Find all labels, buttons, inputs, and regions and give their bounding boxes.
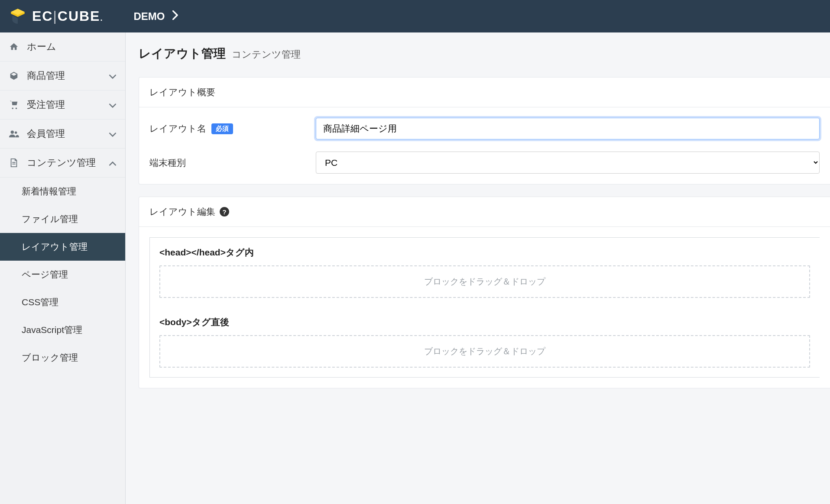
cube-icon xyxy=(9,71,19,81)
row-layout-name: レイアウト名 必須 xyxy=(149,118,820,139)
layout-name-label: レイアウト名 xyxy=(149,123,206,135)
sidebar-item-label: 商品管理 xyxy=(27,69,101,82)
svg-point-1 xyxy=(15,131,17,134)
sidebar-item-label: CSS管理 xyxy=(22,297,58,307)
home-icon xyxy=(9,42,19,52)
header: EC|CUBE. DEMO xyxy=(0,0,830,32)
sidebar-sub-layout[interactable]: レイアウト管理 xyxy=(0,233,125,261)
editor-card: レイアウト編集 ? <head></head>タグ内 ブロックをドラッグ＆ドロッ… xyxy=(139,197,830,388)
main-content: レイアウト管理 コンテンツ管理 レイアウト概要 レイアウト名 必須 xyxy=(126,32,830,504)
dropzone-body-after[interactable]: ブロックをドラッグ＆ドロップ xyxy=(159,335,810,368)
page-title: レイアウト管理 コンテンツ管理 xyxy=(139,45,830,62)
sidebar-sub-news[interactable]: 新着情報管理 xyxy=(0,178,125,205)
svg-point-0 xyxy=(11,131,14,134)
sidebar-sub-js[interactable]: JavaScript管理 xyxy=(0,316,125,344)
sidebar-item-label: レイアウト管理 xyxy=(22,242,88,252)
sidebar-item-label: コンテンツ管理 xyxy=(27,156,101,169)
sidebar-item-members[interactable]: 会員管理 xyxy=(0,120,125,149)
overview-card: レイアウト概要 レイアウト名 必須 端末種別 xyxy=(139,77,830,184)
editor-panel: <head></head>タグ内 ブロックをドラッグ＆ドロップ <body>タグ… xyxy=(149,237,820,378)
header-breadcrumb[interactable]: DEMO xyxy=(133,10,178,23)
sidebar-item-orders[interactable]: 受注管理 xyxy=(0,90,125,120)
sidebar-item-home[interactable]: ホーム xyxy=(0,32,125,61)
sidebar-item-label: 会員管理 xyxy=(27,127,101,140)
sidebar: ホーム 商品管理 受注管理 会員管理 xyxy=(0,32,126,504)
region-label: <head></head>タグ内 xyxy=(150,238,820,265)
cart-icon xyxy=(9,100,19,110)
overview-card-header: レイアウト概要 xyxy=(139,78,830,107)
dropzone-head[interactable]: ブロックをドラッグ＆ドロップ xyxy=(159,265,810,298)
sidebar-item-label: ファイル管理 xyxy=(22,214,78,224)
chevron-up-icon xyxy=(109,159,117,167)
logo-icon xyxy=(9,7,27,26)
sidebar-item-label: ホーム xyxy=(27,40,117,53)
help-icon[interactable]: ? xyxy=(220,207,229,216)
sidebar-sub-blocks[interactable]: ブロック管理 xyxy=(0,344,125,372)
sidebar-sub-pages[interactable]: ページ管理 xyxy=(0,261,125,288)
layout-region-body-after: <body>タグ直後 ブロックをドラッグ＆ドロップ xyxy=(150,307,820,368)
users-icon xyxy=(9,129,19,139)
sidebar-item-label: ページ管理 xyxy=(22,269,68,279)
sidebar-sub-css[interactable]: CSS管理 xyxy=(0,288,125,316)
device-type-label: 端末種別 xyxy=(149,157,186,169)
logo-text: EC|CUBE. xyxy=(32,8,103,24)
layout-region-head: <head></head>タグ内 ブロックをドラッグ＆ドロップ xyxy=(150,238,820,298)
overview-card-title: レイアウト概要 xyxy=(149,86,215,98)
editor-card-header: レイアウト編集 ? xyxy=(139,197,830,227)
sidebar-item-label: JavaScript管理 xyxy=(22,325,82,335)
page-title-text: レイアウト管理 xyxy=(139,45,226,62)
page-subtitle: コンテンツ管理 xyxy=(232,48,301,61)
sidebar-item-label: 新着情報管理 xyxy=(22,186,76,196)
sidebar-item-products[interactable]: 商品管理 xyxy=(0,61,125,90)
region-label: <body>タグ直後 xyxy=(150,307,820,335)
chevron-right-icon xyxy=(172,10,178,23)
sidebar-submenu-content: 新着情報管理 ファイル管理 レイアウト管理 ページ管理 CSS管理 JavaSc… xyxy=(0,178,125,372)
chevron-down-icon xyxy=(109,130,117,138)
device-type-select[interactable]: PC xyxy=(316,152,820,174)
layout-name-input[interactable] xyxy=(316,118,820,139)
sidebar-item-label: ブロック管理 xyxy=(22,352,78,362)
chevron-down-icon xyxy=(109,101,117,109)
sidebar-item-content[interactable]: コンテンツ管理 xyxy=(0,149,125,178)
sidebar-sub-files[interactable]: ファイル管理 xyxy=(0,205,125,233)
required-badge: 必須 xyxy=(211,123,233,134)
editor-card-title: レイアウト編集 xyxy=(149,206,215,218)
chevron-down-icon xyxy=(109,72,117,80)
breadcrumb-label: DEMO xyxy=(133,10,165,23)
row-device-type: 端末種別 PC xyxy=(149,152,820,174)
file-icon xyxy=(9,158,19,168)
logo[interactable]: EC|CUBE. xyxy=(9,7,103,26)
sidebar-item-label: 受注管理 xyxy=(27,98,101,111)
